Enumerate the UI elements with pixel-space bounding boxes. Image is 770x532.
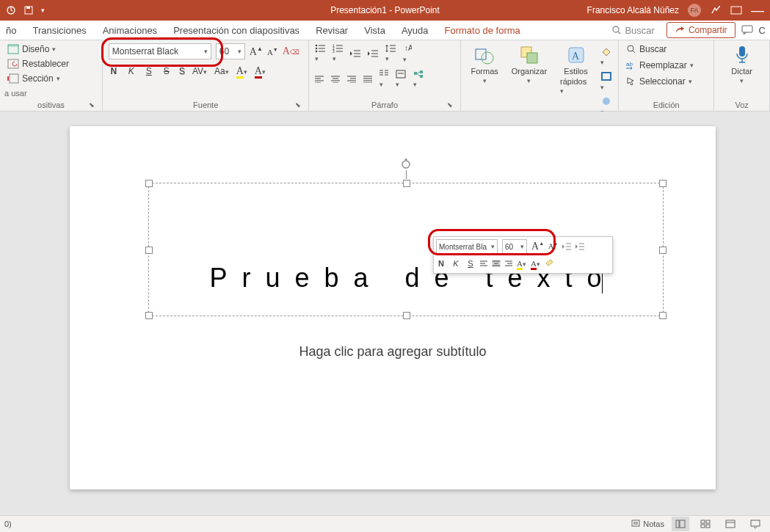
smartart-button[interactable]: ▾ xyxy=(413,70,424,89)
arrange-button[interactable]: Organizar▾ xyxy=(507,43,551,86)
increase-indent-button[interactable] xyxy=(368,49,378,58)
svg-rect-104 xyxy=(751,520,760,526)
notes-button[interactable]: Notas xyxy=(631,520,664,528)
user-name: Francisco Alcalá Núñez xyxy=(587,5,679,15)
svg-line-64 xyxy=(417,73,420,76)
shape-fill-button[interactable]: ▾ xyxy=(600,46,612,67)
mini-align-center-icon[interactable] xyxy=(492,260,501,267)
mini-format-painter-icon[interactable] xyxy=(545,259,555,268)
resize-handle[interactable] xyxy=(145,247,153,254)
change-case-button[interactable]: Aa▾ xyxy=(214,66,229,76)
mini-bold-button[interactable]: N xyxy=(436,259,446,268)
share-button[interactable]: Compartir xyxy=(667,22,736,38)
reset-button[interactable]: Restablecer xyxy=(6,58,96,70)
svg-point-15 xyxy=(316,48,318,50)
simplify-ribbon-icon[interactable] xyxy=(710,4,722,16)
bullets-button[interactable]: ▾ xyxy=(315,44,325,63)
sorter-view-icon[interactable] xyxy=(697,517,714,531)
shapes-button[interactable]: Formas▾ xyxy=(467,43,503,86)
strike-button[interactable]: S xyxy=(161,66,172,76)
resize-handle[interactable] xyxy=(659,247,667,254)
mini-underline-button[interactable]: S xyxy=(465,259,476,268)
svg-point-72 xyxy=(603,98,610,105)
font-color-button[interactable]: A▾ xyxy=(255,65,266,77)
comments-button[interactable] xyxy=(741,25,753,35)
resize-handle[interactable] xyxy=(659,312,667,319)
layout-button[interactable]: Diseño▾ xyxy=(6,43,96,55)
slideshow-view-icon[interactable] xyxy=(747,517,764,531)
resize-handle[interactable] xyxy=(403,180,410,187)
tab-animations[interactable]: Animaciones xyxy=(101,23,159,37)
svg-rect-60 xyxy=(414,72,417,75)
tab-shape-format[interactable]: Formato de forma xyxy=(443,23,522,37)
mini-align-right-icon[interactable] xyxy=(505,260,512,266)
find-button[interactable]: Buscar xyxy=(625,43,708,55)
mini-italic-button[interactable]: K xyxy=(451,259,461,268)
char-spacing-button[interactable]: AV▾ xyxy=(192,66,207,76)
font-dialog-launcher[interactable]: ⬊ xyxy=(295,101,301,109)
slide[interactable]: Prueba de texto Haga clic para agregar s… xyxy=(70,126,716,489)
rotate-handle[interactable] xyxy=(400,158,412,170)
user-avatar[interactable]: FA xyxy=(688,4,701,17)
dictate-button[interactable]: Dictar▾ xyxy=(727,43,757,86)
paragraph-dialog-launcher[interactable]: ⬊ xyxy=(447,101,453,109)
slide-canvas[interactable]: Prueba de texto Haga clic para agregar s… xyxy=(0,112,770,515)
shape-outline-button[interactable]: ▾ xyxy=(600,71,612,92)
resize-handle[interactable] xyxy=(145,180,153,187)
numbering-button[interactable]: 123▾ xyxy=(333,44,343,63)
resize-handle[interactable] xyxy=(145,312,153,319)
tab-review[interactable]: Revisar xyxy=(314,23,349,37)
align-text-button[interactable]: ▾ xyxy=(396,70,406,89)
shadow-button[interactable]: S xyxy=(179,66,185,76)
mini-inc-indent-icon[interactable] xyxy=(575,243,584,250)
qat-more-icon[interactable]: ▾ xyxy=(41,7,45,14)
align-right-button[interactable] xyxy=(347,76,356,83)
resize-handle[interactable] xyxy=(659,180,667,187)
reading-view-icon[interactable] xyxy=(722,517,739,531)
autosave-icon[interactable] xyxy=(6,5,16,15)
increase-font-icon[interactable]: A▲ xyxy=(250,45,263,58)
columns-button[interactable]: ▾ xyxy=(379,70,388,89)
minimize-button[interactable]: — xyxy=(751,3,764,18)
ribbon-display-icon[interactable] xyxy=(730,6,742,15)
qs-label2: rápidos xyxy=(560,77,586,86)
normal-view-icon[interactable] xyxy=(672,517,689,531)
mini-align-left-icon[interactable] xyxy=(480,260,487,266)
svg-rect-9 xyxy=(8,45,18,47)
mini-highlight-icon[interactable]: A▾ xyxy=(517,259,526,268)
tab-slideshow[interactable]: Presentación con diapositivas xyxy=(172,23,301,37)
clear-format-icon[interactable]: A⌫ xyxy=(283,45,299,57)
align-center-button[interactable] xyxy=(331,76,340,83)
justify-button[interactable] xyxy=(363,76,372,83)
svg-rect-11 xyxy=(10,74,18,83)
mini-font-color-icon[interactable]: A▾ xyxy=(531,259,540,268)
svg-rect-2 xyxy=(26,7,30,9)
tab-help[interactable]: Ayuda xyxy=(400,23,430,37)
svg-rect-61 xyxy=(420,70,423,73)
find-label: Buscar xyxy=(639,44,667,54)
align-left-button[interactable] xyxy=(315,76,324,83)
replace-button[interactable]: abReemplazar▾ xyxy=(625,59,708,71)
select-button[interactable]: Seleccionar▾ xyxy=(625,76,708,87)
window-title: Presentación1 - PowerPoint xyxy=(330,5,440,15)
line-spacing-button[interactable]: ▾ xyxy=(385,44,396,63)
section-button[interactable]: Sección▾ xyxy=(6,73,96,84)
highlight-button[interactable]: A▾ xyxy=(236,65,247,77)
save-icon[interactable] xyxy=(23,5,34,15)
slides-dialog-launcher[interactable]: ⬊ xyxy=(89,101,95,109)
underline-button[interactable]: S xyxy=(144,66,154,76)
text-direction-button[interactable]: ↕A▾ xyxy=(403,43,412,64)
mini-dec-indent-icon[interactable] xyxy=(562,243,571,250)
italic-button[interactable]: K xyxy=(126,66,137,76)
decrease-indent-button[interactable] xyxy=(350,49,360,58)
tell-me-search[interactable]: Buscar xyxy=(611,25,654,36)
quick-styles-button[interactable]: A Estilos rápidos ▾ xyxy=(556,43,596,96)
subtitle-placeholder[interactable]: Haga clic para agregar subtítulo xyxy=(70,344,716,360)
layout-label: Diseño xyxy=(22,44,49,54)
tab-view[interactable]: Vista xyxy=(363,23,387,37)
decrease-font-icon[interactable]: A▼ xyxy=(267,47,278,57)
resize-handle[interactable] xyxy=(403,312,410,319)
tab-design[interactable]: ño xyxy=(4,23,18,37)
bold-button[interactable]: N xyxy=(109,66,119,76)
tab-transitions[interactable]: Transiciones xyxy=(31,23,87,37)
